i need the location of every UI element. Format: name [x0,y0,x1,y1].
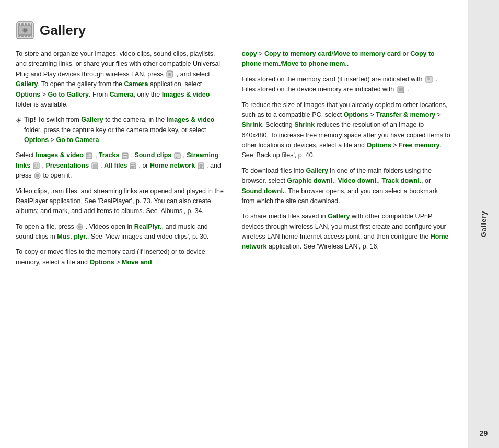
homenetwork-icon [197,162,206,169]
options-link3: Options [90,258,114,266]
copy-link: copy [242,50,257,57]
svg-point-36 [36,174,39,178]
para4: To open a file, press . Videos open in R… [16,222,226,242]
streaming-icon [32,162,42,169]
page-number: 29 [480,429,488,438]
gallery-link3: Gallery [306,167,328,174]
options-link5: Options [367,142,391,149]
tip-block: ☀ Tip! To switch from Gallery to the cam… [16,115,226,145]
svg-point-17 [87,154,89,155]
para5: To copy or move files to the memory card… [16,247,226,267]
goto-camera-link: Go to Camera [56,136,99,144]
svg-rect-10 [28,35,30,37]
para2: Select Images & video , Tracks , Sound c… [16,150,226,181]
all-files-link: All files [104,162,127,169]
right-para5: To share media files saved in Gallery wi… [242,211,452,252]
svg-point-13 [24,29,27,32]
images-icon [85,151,95,159]
page-header: Gallery [16,21,452,40]
device-memory-icon [396,86,407,93]
options-link4: Options [344,111,368,119]
main-content: Gallery To store and organize your image… [0,0,468,448]
musplyr-link: Mus. plyr. [57,233,87,240]
sound-clips-link: Sound clips [134,151,171,159]
move-memory-card-link: Move to memory card [333,50,401,57]
home-network-link1: Home network [150,162,195,169]
presentations-icon [91,162,100,169]
svg-rect-9 [25,35,27,37]
svg-point-38 [78,225,82,228]
svg-rect-8 [21,35,24,37]
gallery-link1: Gallery [16,80,38,88]
free-memory-link: Free memory [399,142,440,149]
svg-rect-5 [28,23,30,26]
soundclips-icon: ♪ [173,151,183,159]
images-video-link3: Images & video [36,151,84,159]
svg-rect-21 [123,157,126,158]
press-icon [165,70,176,78]
tracks-icon [121,151,131,159]
para3: Video clips, .ram files, and streaming l… [16,186,226,217]
track-downl-link: Track downl. [381,177,421,184]
goto-gallery-link: Go to Gallery [48,91,89,98]
sidebar: Gallery 29 [468,0,499,448]
gallery-link2: Gallery [81,116,103,123]
memory-card-icon [424,76,435,83]
gallery-icon [16,21,34,40]
presentations-link: Presentations [45,162,89,169]
svg-rect-30 [131,166,135,167]
right-para1: copy > Copy to memory card/Move to memor… [242,49,452,69]
realplyr-link: RealPlyr. [134,223,162,230]
options-link2: Options [24,136,49,144]
allfiles-icon [129,162,138,169]
home-network-link2: Home network [242,233,449,250]
transfer-memory-link: Transfer & memory [376,111,435,119]
svg-rect-7 [18,35,20,37]
svg-rect-4 [25,23,27,26]
left-column: To store and organize your images, video… [16,49,226,273]
move-phone-mem-link: Move to phone mem. [282,60,347,67]
video-downl-link: Video downl. [338,177,378,184]
images-video-link1: Images & video [162,91,210,98]
sound-downl-link: Sound downl. [242,187,285,195]
sidebar-label: Gallery [480,210,488,237]
tip-text: Tip! To switch from Gallery to the camer… [24,115,226,145]
press-icon2 [33,172,43,179]
tip-icon: ☀ [16,115,22,126]
tip-label: Tip! [24,116,36,123]
right-para4: To download files into Gallery in one of… [242,166,452,207]
svg-rect-27 [93,164,97,168]
svg-rect-34 [200,166,202,168]
shrink-link2: Shrink [294,121,315,128]
gallery-link4: Gallery [328,213,350,220]
para1: To store and organize your images, video… [16,49,226,110]
svg-rect-20 [123,155,127,156]
svg-rect-42 [399,88,403,91]
graphic-downl-link: Graphic downl. [287,177,334,184]
tracks-link: Tracks [99,151,120,159]
camera-link1: Camera [124,80,148,88]
right-para2: Files stored on the memory card (if inse… [242,75,452,95]
svg-rect-11 [31,35,32,37]
right-para3: To reduce the size of images that you al… [242,100,452,161]
shrink-link1: Shrink [242,121,262,128]
svg-rect-40 [427,77,430,80]
options-link1: Options [16,91,40,98]
press-icon3 [76,223,85,230]
copy-memory-card-link: Copy to memory card [264,50,332,57]
svg-rect-6 [31,23,32,26]
svg-rect-24 [33,163,39,169]
svg-rect-2 [18,23,20,26]
camera-link2: Camera [110,91,134,98]
right-column: copy > Copy to memory card/Move to memor… [242,49,452,273]
svg-rect-31 [131,167,134,168]
columns: To store and organize your images, video… [16,49,452,273]
page-title: Gallery [40,22,86,39]
svg-rect-15 [168,73,171,76]
svg-rect-3 [21,23,24,26]
move-and-link: Move and [122,258,152,266]
images-video-link2: Images & video [167,116,215,123]
svg-rect-29 [131,164,135,165]
svg-text:♪: ♪ [176,154,178,159]
